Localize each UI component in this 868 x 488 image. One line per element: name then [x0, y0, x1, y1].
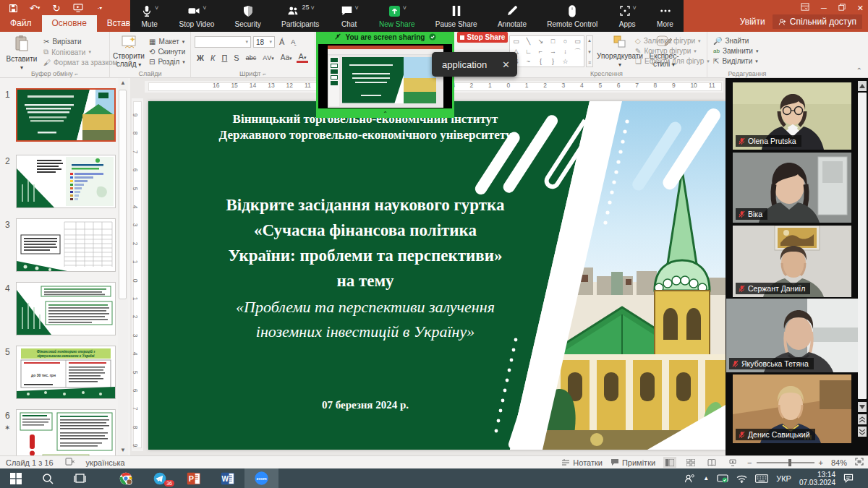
- participants-scrollbar[interactable]: [858, 81, 867, 453]
- task-view-button[interactable]: [64, 468, 95, 488]
- tab-home[interactable]: Основне: [42, 15, 97, 32]
- zoom-toolbar-new-share[interactable]: ˅New Share: [376, 0, 417, 32]
- thumbnail-slide-6[interactable]: [16, 409, 116, 455]
- notification-popup[interactable]: application ✕: [432, 52, 517, 77]
- select-button[interactable]: ⇱Виділити▾: [713, 57, 758, 65]
- reading-view-button[interactable]: [705, 457, 718, 468]
- chrome-taskbar-icon[interactable]: [109, 468, 142, 488]
- minimize-icon[interactable]: ─: [821, 4, 827, 12]
- zoom-slider-track[interactable]: [757, 462, 814, 463]
- change-case-button[interactable]: Аа▾: [278, 53, 294, 61]
- participants-page-up-icon[interactable]: [858, 414, 867, 424]
- slideshow-view-button[interactable]: [726, 457, 739, 468]
- zoom-toolbar-remote-control[interactable]: Remote Control: [544, 0, 600, 32]
- comments-button[interactable]: Примітки: [610, 458, 655, 467]
- maximize-icon[interactable]: [838, 4, 846, 12]
- slide-sorter-view-button[interactable]: [684, 457, 697, 468]
- zoom-taskbar-icon[interactable]: zoom: [244, 468, 278, 488]
- participant-video-5[interactable]: Денис Савицький: [733, 374, 851, 443]
- zoom-toolbar-annotate[interactable]: Annotate: [495, 0, 529, 32]
- fit-slide-icon[interactable]: [855, 458, 864, 467]
- word-taskbar-icon[interactable]: W: [210, 468, 244, 488]
- undo-icon[interactable]: ↶▾: [29, 2, 41, 14]
- scroll-down-icon[interactable]: ▼: [118, 445, 128, 455]
- scroll-up-icon[interactable]: ▲: [118, 78, 128, 88]
- telegram-taskbar-icon[interactable]: 36: [142, 468, 176, 488]
- zoom-percent[interactable]: 84%: [831, 458, 847, 467]
- strikethrough-button[interactable]: abc: [244, 54, 259, 61]
- zoom-toolbar-mute[interactable]: ˅Mute: [137, 0, 161, 32]
- close-icon[interactable]: ✕: [857, 4, 864, 12]
- shape-fill-button[interactable]: ◇Заливка фігури▾: [635, 37, 710, 45]
- collapse-ribbon-icon[interactable]: ⌃: [856, 67, 862, 74]
- shapes-scrollbar[interactable]: ▴▾≡: [586, 35, 593, 67]
- search-button[interactable]: [32, 468, 64, 488]
- char-spacing-button[interactable]: АV▾: [260, 54, 276, 61]
- slide-date[interactable]: 07 березня 2024 р.: [177, 399, 553, 411]
- start-slideshow-icon[interactable]: [72, 2, 84, 14]
- zoom-toolbar-more[interactable]: More: [654, 0, 676, 32]
- sign-in-button[interactable]: Увійти: [740, 17, 765, 27]
- shapes-gallery[interactable]: ▭╲↘□○▭ △∟⌐→↓⌒ S~{}☆: [509, 35, 584, 67]
- share-document-button[interactable]: Спільний доступ: [773, 14, 862, 29]
- ribbon-display-icon[interactable]: [801, 3, 809, 12]
- italic-button[interactable]: К: [208, 53, 217, 62]
- font-size-combo[interactable]: 18▾: [253, 36, 275, 48]
- font-name-combo[interactable]: ▾: [195, 36, 251, 48]
- language-indicator[interactable]: українська: [86, 458, 125, 467]
- language-tray-indicator[interactable]: УКР: [776, 474, 791, 483]
- start-button[interactable]: [0, 468, 32, 488]
- replace-button[interactable]: abЗамінити▾: [713, 47, 758, 55]
- zoom-slider-thumb[interactable]: [788, 459, 791, 466]
- thumbnail-slide-1[interactable]: [16, 88, 116, 142]
- zoom-toolbar-pause-share[interactable]: Pause Share: [433, 0, 480, 32]
- shape-effects-button[interactable]: ❏Ефекти для фігур▾: [635, 57, 710, 65]
- zoom-in-icon[interactable]: +: [819, 458, 823, 467]
- layout-button[interactable]: ▦Макет▾: [149, 38, 185, 46]
- share-preview-collapse[interactable]: ⌃: [316, 111, 454, 118]
- network-tray-icon[interactable]: [736, 474, 747, 483]
- redo-icon[interactable]: ↻: [51, 2, 62, 14]
- participants-scroll-track[interactable]: [858, 93, 867, 399]
- copy-button[interactable]: ⧉Копіювати▾: [43, 48, 117, 56]
- zoom-toolbar-stop-video[interactable]: ˅Stop Video: [176, 0, 218, 32]
- notes-button[interactable]: Нотатки: [561, 458, 603, 467]
- shadow-button[interactable]: S: [231, 53, 241, 62]
- participants-scroll-up-icon[interactable]: [858, 81, 867, 91]
- people-tray-icon[interactable]: [684, 474, 695, 483]
- zoom-toolbar-participants[interactable]: 25˅Participants: [278, 0, 322, 32]
- zoom-toolbar-apps[interactable]: ˅Apps: [616, 0, 639, 32]
- participant-video-1[interactable]: Olena Prutska: [733, 82, 851, 150]
- slide-editor[interactable]: Вінницький торговельно-економічний інсти…: [148, 101, 726, 450]
- thumbnail-slide-2[interactable]: [16, 155, 116, 208]
- font-color-button[interactable]: А▾: [297, 52, 309, 63]
- action-center-icon[interactable]: [843, 474, 854, 483]
- participant-video-2[interactable]: Віка: [733, 153, 851, 223]
- paste-button[interactable]: Вставити▾: [1, 35, 42, 72]
- tab-file[interactable]: Файл: [0, 15, 42, 32]
- chevron-down-icon[interactable]: ˅: [203, 5, 206, 12]
- bold-button[interactable]: Ж: [195, 53, 206, 62]
- clock[interactable]: 13:1407.03.2024: [799, 471, 835, 487]
- shrink-font-button[interactable]: А̬: [289, 38, 297, 46]
- hidden-icons-chevron[interactable]: ▲: [703, 475, 709, 481]
- participants-page-down-icon[interactable]: [858, 427, 867, 437]
- scrollbar-thumb[interactable]: [119, 90, 127, 299]
- onedrive-tray-icon[interactable]: [717, 474, 728, 483]
- powerpoint-taskbar-icon[interactable]: P: [176, 468, 210, 488]
- shape-outline-button[interactable]: ✎Контур фігури▾: [635, 47, 710, 55]
- cut-button[interactable]: ✂Вирізати: [43, 38, 117, 46]
- chevron-down-icon[interactable]: ˅: [355, 5, 359, 12]
- new-slide-button[interactable]: Створити слайд ▾: [110, 35, 148, 69]
- chevron-down-icon[interactable]: ˅: [155, 5, 158, 12]
- slide-title[interactable]: Відкрите засідання наукового гуртка «Суч…: [177, 192, 553, 294]
- notification-close-icon[interactable]: ✕: [502, 59, 510, 70]
- participant-video-4[interactable]: Якубовська Тетяна: [726, 299, 858, 372]
- thumbnail-slide-3[interactable]: [16, 218, 116, 272]
- find-button[interactable]: 🔎Знайти: [713, 37, 758, 45]
- zoom-toolbar-chat[interactable]: ˅Chat: [337, 0, 362, 32]
- participant-video-3[interactable]: Сержант Даниїл: [733, 226, 851, 297]
- stop-share-button[interactable]: Stop Share: [457, 32, 508, 43]
- reset-button[interactable]: ⟲Скинути: [149, 48, 185, 56]
- thumbnail-slide-5[interactable]: Фінансовий моніторинг операцій з віртуал…: [16, 346, 116, 399]
